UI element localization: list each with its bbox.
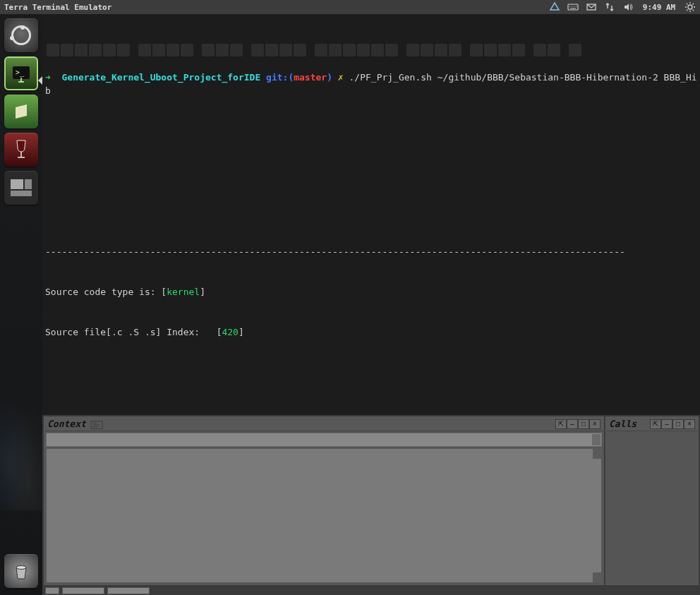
index-count-value: 420 bbox=[222, 327, 238, 337]
context-panel-header: Context ⇱ – □ × bbox=[44, 417, 603, 431]
svg-text:>_: >_ bbox=[16, 68, 25, 77]
status-bar bbox=[42, 587, 700, 595]
context-close-button[interactable]: × bbox=[589, 419, 601, 429]
svg-line-12 bbox=[687, 4, 688, 5]
svg-line-14 bbox=[687, 10, 688, 11]
gutter-marker-icon bbox=[38, 76, 42, 85]
git-label: git: bbox=[266, 72, 288, 83]
svg-line-13 bbox=[693, 10, 694, 11]
status-segment bbox=[62, 587, 104, 594]
context-header-icon bbox=[90, 419, 103, 429]
context-panel-title: Context bbox=[47, 419, 86, 429]
svg-line-15 bbox=[693, 4, 694, 5]
window-title: Terra Terminal Emulator bbox=[4, 3, 111, 12]
terminal-output[interactable]: ➜ Generate_Kernel_Uboot_Project_forIDE g… bbox=[42, 14, 700, 415]
calls-maximize-button[interactable]: □ bbox=[672, 419, 684, 429]
context-panel-body bbox=[44, 431, 603, 584]
prompt-cwd: Generate_Kernel_Uboot_Project_forIDE bbox=[61, 72, 260, 83]
calls-panel-title: Calls bbox=[609, 419, 636, 429]
calls-pin-button[interactable]: ⇱ bbox=[650, 419, 661, 429]
blank-line-2 bbox=[45, 164, 697, 178]
svg-rect-0 bbox=[568, 4, 578, 10]
context-panel-controls: ⇱ – □ × bbox=[555, 419, 601, 429]
volume-icon[interactable] bbox=[622, 1, 634, 13]
git-dirty-icon: ✗ bbox=[338, 72, 344, 83]
clock[interactable]: 9:49 AM bbox=[641, 3, 677, 12]
keyboard-icon[interactable] bbox=[567, 1, 579, 13]
network-icon[interactable] bbox=[549, 1, 560, 13]
launcher-wine[interactable] bbox=[4, 133, 38, 167]
launcher-trash[interactable] bbox=[4, 554, 38, 588]
gear-icon[interactable] bbox=[684, 1, 696, 13]
calls-close-button[interactable]: × bbox=[684, 419, 695, 429]
status-segment bbox=[107, 587, 150, 594]
svg-point-7 bbox=[688, 5, 692, 9]
context-panel: Context ⇱ – □ × bbox=[44, 416, 604, 585]
calls-panel: Calls ⇱ – □ × bbox=[605, 416, 699, 585]
calls-minimize-button[interactable]: – bbox=[661, 419, 672, 429]
context-search-input[interactable] bbox=[46, 433, 602, 447]
work-area: ➜ Generate_Kernel_Uboot_Project_forIDE g… bbox=[42, 14, 700, 595]
prompt-arrow: ➜ bbox=[45, 72, 51, 83]
calls-panel-controls: ⇱ – □ × bbox=[650, 419, 695, 429]
blank-line-1 bbox=[45, 124, 697, 138]
launcher-dash[interactable] bbox=[4, 18, 38, 52]
separator-line: ----------------------------------------… bbox=[45, 245, 697, 258]
top-menubar: Terra Terminal Emulator 9:49 AM bbox=[0, 0, 700, 14]
blank-line-3 bbox=[45, 205, 697, 218]
git-branch: master bbox=[294, 72, 327, 83]
calls-panel-body[interactable] bbox=[606, 431, 698, 584]
mail-icon[interactable] bbox=[586, 1, 597, 13]
status-segment bbox=[45, 587, 59, 594]
git-close-paren: ) bbox=[327, 72, 332, 83]
context-maximize-button[interactable]: □ bbox=[578, 419, 589, 429]
prompt-line: ➜ Generate_Kernel_Uboot_Project_forIDE g… bbox=[45, 71, 697, 97]
launcher-dock: >_ bbox=[0, 14, 42, 595]
source-type-value: kernel bbox=[167, 287, 200, 297]
launcher-sublime[interactable] bbox=[4, 95, 38, 128]
bottom-panels: Context ⇱ – □ × Calls ⇱ bbox=[42, 415, 700, 587]
context-minimize-button[interactable]: – bbox=[567, 419, 578, 429]
system-tray: 9:49 AM bbox=[549, 1, 696, 13]
updown-icon[interactable] bbox=[604, 1, 615, 13]
svg-point-20 bbox=[16, 566, 26, 570]
background-toolbar bbox=[42, 44, 700, 59]
output-line-2: Source file[.c .S .s] Index: [420] bbox=[45, 325, 697, 339]
calls-panel-header: Calls ⇱ – □ × bbox=[606, 417, 698, 431]
launcher-terminal[interactable]: >_ bbox=[4, 56, 38, 90]
output-line-1: Source code type is: [kernel] bbox=[45, 285, 697, 299]
context-pin-button[interactable]: ⇱ bbox=[555, 419, 567, 429]
launcher-workspace[interactable] bbox=[4, 171, 38, 205]
context-grid[interactable] bbox=[46, 448, 602, 583]
